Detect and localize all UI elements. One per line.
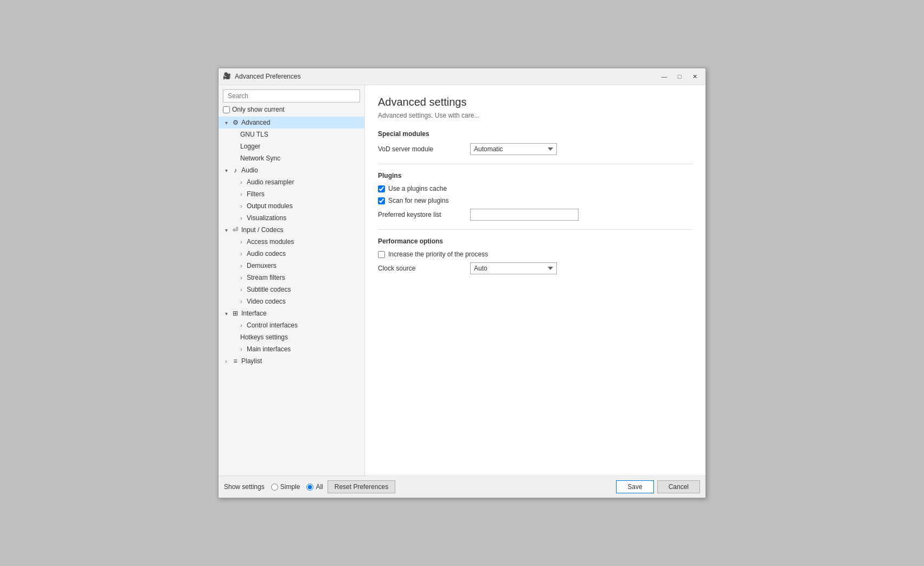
tree-label-filters: Filters <box>247 190 360 198</box>
tree-label-visualizations: Visualizations <box>247 214 360 222</box>
content-area: Only show current ▾ ⚙ Advanced GNU TLS L… <box>219 85 705 475</box>
tree-label-audio-codecs: Audio codecs <box>247 250 360 258</box>
bottom-bar: Show settings Simple All Reset Preferenc… <box>219 475 705 498</box>
tree-item-visualizations[interactable]: › Visualizations <box>219 212 364 224</box>
tree-item-hotkeys[interactable]: Hotkeys settings <box>219 331 364 343</box>
close-button[interactable]: ✕ <box>688 72 701 81</box>
special-modules-header: Special modules <box>378 130 692 138</box>
window-title: Advanced Preferences <box>235 73 300 80</box>
tree-item-demuxers[interactable]: › Demuxers <box>219 260 364 272</box>
increase-priority-row: Increase the priority of the process <box>378 250 692 258</box>
tree-label-video-codecs: Video codecs <box>247 298 360 305</box>
use-plugins-cache-row: Use a plugins cache <box>378 185 692 192</box>
tree-item-main-interfaces[interactable]: › Main interfaces <box>219 343 364 355</box>
preferred-keystore-input[interactable] <box>470 209 579 221</box>
only-show-current-label: Only show current <box>232 106 285 113</box>
save-button[interactable]: Save <box>616 480 653 493</box>
use-plugins-cache-label: Use a plugins cache <box>388 185 447 192</box>
tree-label-access-modules: Access modules <box>247 238 360 246</box>
scan-new-plugins-row: Scan for new plugins <box>378 197 692 204</box>
preferred-keystore-label: Preferred keystore list <box>378 211 465 218</box>
chevron-audio-resampler: › <box>238 179 245 185</box>
tree-label-main-interfaces: Main interfaces <box>247 345 360 353</box>
increase-priority-checkbox[interactable] <box>378 251 385 258</box>
interface-icon: ⊞ <box>232 310 239 317</box>
chevron-advanced: ▾ <box>223 120 229 126</box>
minimize-button[interactable]: — <box>658 72 671 81</box>
only-show-current-row: Only show current <box>223 106 360 113</box>
radio-simple-label: Simple <box>280 483 300 491</box>
tree-item-audio[interactable]: ▾ ♪ Audio <box>219 164 364 176</box>
scan-new-plugins-checkbox[interactable] <box>378 197 385 204</box>
bottom-right-buttons: Save Cancel <box>616 480 700 493</box>
reset-preferences-button[interactable]: Reset Preferences <box>328 480 395 493</box>
tree-item-audio-resampler[interactable]: › Audio resampler <box>219 176 364 188</box>
chevron-playlist: › <box>223 358 229 364</box>
tree-label-interface: Interface <box>241 310 360 317</box>
title-bar-buttons: — □ ✕ <box>658 72 701 81</box>
chevron-main-interfaces: › <box>238 346 245 352</box>
use-plugins-cache-checkbox[interactable] <box>378 185 385 192</box>
search-input[interactable] <box>223 89 360 102</box>
tree-item-subtitle-codecs[interactable]: › Subtitle codecs <box>219 284 364 295</box>
tree-label-control-interfaces: Control interfaces <box>247 321 360 329</box>
tree-label-output-modules: Output modules <box>247 202 360 210</box>
tree-item-filters[interactable]: › Filters <box>219 188 364 200</box>
radio-simple[interactable] <box>271 484 278 491</box>
tree-item-advanced[interactable]: ▾ ⚙ Advanced <box>219 117 364 128</box>
tree-label-logger: Logger <box>240 143 360 150</box>
maximize-button[interactable]: □ <box>673 72 686 81</box>
special-modules-section: Special modules VoD server module Automa… <box>378 130 692 155</box>
chevron-input-codecs: ▾ <box>223 227 229 233</box>
tree-label-networksync: Network Sync <box>240 155 360 162</box>
clock-source-row: Clock source Auto Default <box>378 262 692 274</box>
panel-subtitle: Advanced settings. Use with care... <box>378 112 692 119</box>
chevron-stream-filters: › <box>238 275 245 281</box>
app-icon: 🎥 <box>223 72 232 81</box>
tree-item-audio-codecs[interactable]: › Audio codecs <box>219 248 364 260</box>
radio-all[interactable] <box>306 484 313 491</box>
tree-label-hotkeys: Hotkeys settings <box>240 333 360 341</box>
tree-label-playlist: Playlist <box>241 357 360 365</box>
vod-server-select[interactable]: Automatic None <box>470 143 557 155</box>
tree-label-gnutls: GNU TLS <box>240 131 360 138</box>
input-codecs-icon: ⏎ <box>232 226 239 234</box>
vod-server-label: VoD server module <box>378 145 465 153</box>
plugins-section: Plugins Use a plugins cache Scan for new… <box>378 172 692 221</box>
clock-source-select[interactable]: Auto Default <box>470 262 557 274</box>
tree-item-video-codecs[interactable]: › Video codecs <box>219 295 364 307</box>
performance-section: Performance options Increase the priorit… <box>378 237 692 274</box>
chevron-control-interfaces: › <box>238 323 245 329</box>
audio-icon: ♪ <box>232 166 239 174</box>
tree-item-networksync[interactable]: Network Sync <box>219 152 364 164</box>
vod-server-row: VoD server module Automatic None <box>378 143 692 155</box>
tree-item-stream-filters[interactable]: › Stream filters <box>219 272 364 284</box>
tree-label-audio: Audio <box>241 166 360 174</box>
scan-new-plugins-label: Scan for new plugins <box>388 197 448 204</box>
tree-item-logger[interactable]: Logger <box>219 140 364 152</box>
chevron-audio: ▾ <box>223 168 229 173</box>
radio-all-item: All <box>306 483 323 491</box>
chevron-interface: ▾ <box>223 311 229 317</box>
show-settings-label: Show settings <box>224 483 265 491</box>
tree-item-control-interfaces[interactable]: › Control interfaces <box>219 319 364 331</box>
tree-item-interface[interactable]: ▾ ⊞ Interface <box>219 307 364 319</box>
tree-item-gnutls[interactable]: GNU TLS <box>219 128 364 140</box>
preferred-keystore-row: Preferred keystore list <box>378 209 692 221</box>
chevron-video-codecs: › <box>238 299 245 305</box>
cancel-button[interactable]: Cancel <box>657 480 700 493</box>
show-settings-group: Show settings Simple All Reset Preferenc… <box>224 480 395 493</box>
tree-item-playlist[interactable]: › ≡ Playlist <box>219 355 364 367</box>
title-bar: 🎥 Advanced Preferences — □ ✕ <box>219 68 705 85</box>
tree-item-input-codecs[interactable]: ▾ ⏎ Input / Codecs <box>219 224 364 236</box>
title-bar-left: 🎥 Advanced Preferences <box>223 72 300 81</box>
tree-item-output-modules[interactable]: › Output modules <box>219 200 364 212</box>
performance-header: Performance options <box>378 237 692 245</box>
increase-priority-label: Increase the priority of the process <box>388 250 488 258</box>
tree-label-stream-filters: Stream filters <box>247 274 360 281</box>
only-show-current-checkbox[interactable] <box>223 106 230 113</box>
tree-item-access-modules[interactable]: › Access modules <box>219 236 364 248</box>
tree-label-subtitle-codecs: Subtitle codecs <box>247 286 360 293</box>
chevron-audio-codecs: › <box>238 251 245 257</box>
panel-title: Advanced settings <box>378 96 692 108</box>
